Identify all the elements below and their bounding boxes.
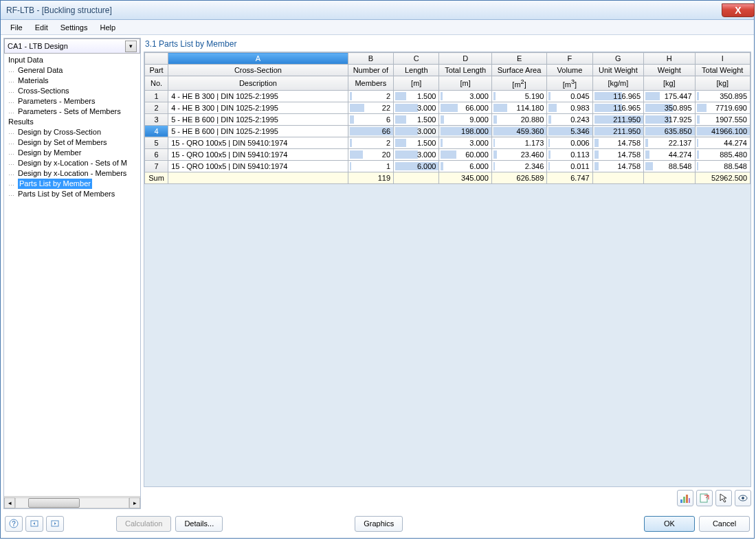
tree-design-set[interactable]: Design by Set of Members xyxy=(5,137,140,148)
table-row[interactable]: 24 - HE B 300 | DIN 1025-2:1995223.00066… xyxy=(145,102,751,113)
col-letter[interactable]: B xyxy=(348,53,393,65)
cell-description[interactable]: 15 - QRO 100x5 | DIN 59410:1974 xyxy=(168,137,348,148)
cell[interactable]: 1.500 xyxy=(394,90,439,102)
tree-general-data[interactable]: General Data xyxy=(5,65,140,76)
cell[interactable]: 0.006 xyxy=(547,137,592,148)
cell[interactable]: 66.000 xyxy=(439,102,491,113)
row-number[interactable]: 7 xyxy=(145,160,168,172)
table-row[interactable]: 615 - QRO 100x5 | DIN 59410:1974203.0006… xyxy=(145,148,751,160)
cell[interactable]: 1.173 xyxy=(491,137,546,148)
tree-results[interactable]: Results xyxy=(5,117,140,127)
tree-parameters-sets[interactable]: Parameters - Sets of Members xyxy=(5,106,140,117)
cell[interactable]: 116.965 xyxy=(592,102,643,113)
tree-input-data[interactable]: Input Data xyxy=(5,55,140,65)
cell[interactable]: 41966.100 xyxy=(695,125,751,137)
cell[interactable]: 14.758 xyxy=(592,137,643,148)
cell[interactable]: 22.137 xyxy=(644,137,695,148)
cell-description[interactable]: 5 - HE B 600 | DIN 1025-2:1995 xyxy=(168,125,348,137)
cell[interactable]: 114.180 xyxy=(491,102,546,113)
menu-help[interactable]: Help xyxy=(94,22,121,33)
menu-edit[interactable]: Edit xyxy=(30,22,54,33)
cell[interactable]: 3.000 xyxy=(394,148,439,160)
tree-design-cs[interactable]: Design by Cross-Section xyxy=(5,127,140,137)
cell[interactable]: 6.000 xyxy=(439,160,491,172)
row-number[interactable]: 4 xyxy=(145,125,168,137)
menu-file[interactable]: File xyxy=(5,22,28,33)
help-button[interactable]: ? xyxy=(5,516,23,532)
cell[interactable]: 7719.690 xyxy=(695,102,751,113)
row-number[interactable]: 6 xyxy=(145,148,168,160)
cell[interactable]: 14.758 xyxy=(592,160,643,172)
pick-icon[interactable] xyxy=(715,490,732,506)
cell[interactable]: 0.011 xyxy=(547,160,592,172)
tree-design-xloc-sets[interactable]: Design by x-Location - Sets of M xyxy=(5,158,140,168)
scroll-left-icon[interactable]: ◂ xyxy=(4,497,15,508)
data-grid[interactable]: ABCDEFGHIPartCross-SectionNumber ofLengt… xyxy=(144,52,751,487)
tree-materials[interactable]: Materials xyxy=(5,76,140,86)
cell[interactable]: 2 xyxy=(348,137,393,148)
table-row[interactable]: 715 - QRO 100x5 | DIN 59410:197416.0006.… xyxy=(145,160,751,172)
scroll-right-icon[interactable]: ▸ xyxy=(129,497,140,508)
cell[interactable]: 459.360 xyxy=(491,125,546,137)
row-number[interactable]: 1 xyxy=(145,90,168,102)
view-icon[interactable] xyxy=(735,490,751,506)
col-letter[interactable]: F xyxy=(547,53,592,65)
row-number[interactable]: 3 xyxy=(145,113,168,125)
cell[interactable]: 60.000 xyxy=(439,148,491,160)
cell-description[interactable]: 15 - QRO 100x5 | DIN 59410:1974 xyxy=(168,160,348,172)
tree-parts-list-member[interactable]: Parts List by Member xyxy=(5,179,140,189)
cell[interactable]: 5.346 xyxy=(547,125,592,137)
cell[interactable]: 198.000 xyxy=(439,125,491,137)
cell[interactable]: 0.243 xyxy=(547,113,592,125)
tree-design-member[interactable]: Design by Member xyxy=(5,148,140,158)
cell[interactable]: 2.346 xyxy=(491,160,546,172)
row-number[interactable]: 5 xyxy=(145,137,168,148)
col-letter[interactable]: C xyxy=(394,53,439,65)
cell[interactable]: 1907.550 xyxy=(695,113,751,125)
cell[interactable]: 3.000 xyxy=(394,102,439,113)
cell[interactable]: 6 xyxy=(348,113,393,125)
cell[interactable]: 350.895 xyxy=(644,102,695,113)
col-letter[interactable]: G xyxy=(592,53,643,65)
cell-description[interactable]: 4 - HE B 300 | DIN 1025-2:1995 xyxy=(168,102,348,113)
cell[interactable]: 20 xyxy=(348,148,393,160)
row-number[interactable]: 2 xyxy=(145,102,168,113)
cell-description[interactable]: 5 - HE B 600 | DIN 1025-2:1995 xyxy=(168,113,348,125)
menu-settings[interactable]: Settings xyxy=(55,22,93,33)
cell[interactable]: 635.850 xyxy=(644,125,695,137)
cell-description[interactable]: 4 - HE B 300 | DIN 1025-2:1995 xyxy=(168,90,348,102)
cell[interactable]: 6.000 xyxy=(394,160,439,172)
details-button[interactable]: Details... xyxy=(175,516,223,532)
col-letter[interactable]: A xyxy=(168,53,348,65)
cell[interactable]: 350.895 xyxy=(695,90,751,102)
table-row[interactable]: 515 - QRO 100x5 | DIN 59410:197421.5003.… xyxy=(145,137,751,148)
tree-hscroll[interactable]: ◂ ▸ xyxy=(4,496,140,508)
tree-design-xloc-members[interactable]: Design by x-Location - Members xyxy=(5,168,140,179)
export-icon[interactable] xyxy=(696,490,713,506)
cell[interactable]: 66 xyxy=(348,125,393,137)
chevron-down-icon[interactable]: ▾ xyxy=(125,41,137,52)
case-combo[interactable]: CA1 - LTB Design ▾ xyxy=(4,38,140,54)
cell[interactable]: 23.460 xyxy=(491,148,546,160)
result-diagram-icon[interactable] xyxy=(677,490,693,506)
col-letter[interactable]: I xyxy=(695,53,751,65)
table-row[interactable]: 45 - HE B 600 | DIN 1025-2:1995663.00019… xyxy=(145,125,751,137)
next-button[interactable] xyxy=(46,516,64,532)
close-button[interactable]: X xyxy=(722,3,755,17)
cell[interactable]: 44.274 xyxy=(695,137,751,148)
cell[interactable]: 1.500 xyxy=(394,137,439,148)
cell[interactable]: 1 xyxy=(348,160,393,172)
cell[interactable]: 317.925 xyxy=(644,113,695,125)
cell[interactable]: 14.758 xyxy=(592,148,643,160)
cell[interactable]: 88.548 xyxy=(644,160,695,172)
tree-cross-sections[interactable]: Cross-Sections xyxy=(5,86,140,96)
tree-parameters-members[interactable]: Parameters - Members xyxy=(5,96,140,106)
table-row[interactable]: 14 - HE B 300 | DIN 1025-2:199521.5003.0… xyxy=(145,90,751,102)
cell[interactable]: 22 xyxy=(348,102,393,113)
col-letter[interactable]: E xyxy=(491,53,546,65)
cell-description[interactable]: 15 - QRO 100x5 | DIN 59410:1974 xyxy=(168,148,348,160)
graphics-button[interactable]: Graphics xyxy=(355,516,403,532)
prev-button[interactable] xyxy=(25,516,43,532)
cell[interactable]: 44.274 xyxy=(644,148,695,160)
cell[interactable]: 5.190 xyxy=(491,90,546,102)
